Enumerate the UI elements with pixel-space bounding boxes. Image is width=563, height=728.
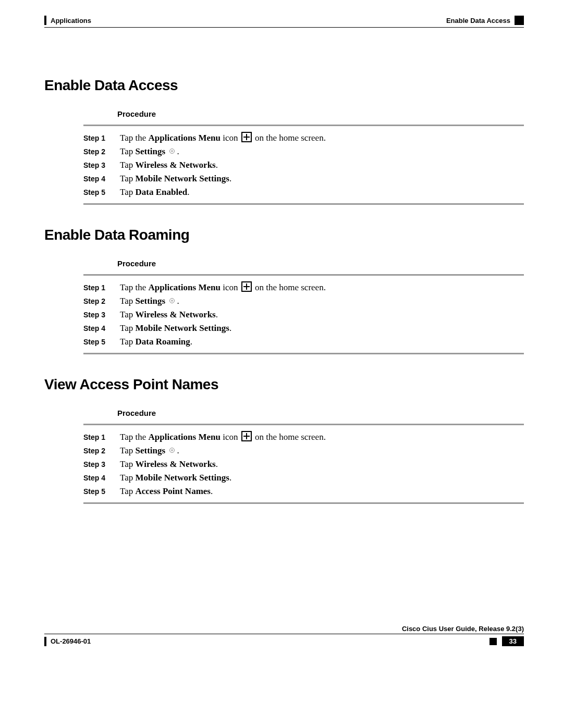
step-bold: Settings xyxy=(136,446,166,455)
footer-guide: Cisco Cius User Guide, Release 9.2(3) xyxy=(44,625,524,633)
header-bar-icon xyxy=(44,16,46,25)
step-label: Step 2 xyxy=(83,147,120,156)
step-row: Step 3Tap Wireless & Networks. xyxy=(83,458,524,471)
step-bold: Access Point Names xyxy=(136,486,211,496)
header-section: Enable Data Access xyxy=(446,17,510,24)
applications-menu-icon xyxy=(241,431,252,441)
step-pre: Tap the xyxy=(120,282,149,292)
header-chapter: Applications xyxy=(51,17,91,24)
step-text: Tap Wireless & Networks. xyxy=(120,160,524,170)
step-row: Step 5Tap Access Point Names. xyxy=(83,485,524,498)
step-post: on the home screen. xyxy=(253,282,326,292)
header-square-icon xyxy=(515,16,524,25)
procedure-rule-top xyxy=(83,274,524,276)
step-mid xyxy=(165,146,167,156)
step-text: Tap the Applications Menu icon on the ho… xyxy=(120,132,524,143)
step-mid xyxy=(165,446,167,455)
applications-menu-icon xyxy=(241,281,252,292)
step-row: Step 1Tap the Applications Menu icon on … xyxy=(83,130,524,145)
step-pre: Tap xyxy=(120,337,136,347)
step-bold: Mobile Network Settings xyxy=(136,473,229,483)
step-pre: Tap xyxy=(120,174,136,183)
step-bold: Mobile Network Settings xyxy=(136,323,229,333)
settings-gear-icon xyxy=(168,446,176,454)
step-pre: Tap xyxy=(120,187,136,197)
step-label: Step 1 xyxy=(83,433,120,441)
step-post: . xyxy=(229,473,231,483)
step-post: . xyxy=(190,337,192,347)
procedure-rule-bottom xyxy=(83,203,524,205)
step-bold: Settings xyxy=(136,296,166,306)
step-bold: Applications Menu xyxy=(149,432,221,442)
step-label: Step 1 xyxy=(83,283,120,292)
step-row: Step 1Tap the Applications Menu icon on … xyxy=(83,429,524,444)
settings-gear-icon xyxy=(168,147,176,155)
step-row: Step 4Tap Mobile Network Settings. xyxy=(83,471,524,485)
procedure-rule-top xyxy=(83,424,524,425)
step-text: Tap Wireless & Networks. xyxy=(120,459,524,470)
step-pre: Tap xyxy=(120,146,136,156)
step-row: Step 4Tap Mobile Network Settings. xyxy=(83,322,524,335)
procedure-label: Procedure xyxy=(117,409,524,417)
step-label: Step 2 xyxy=(83,297,120,305)
step-post: on the home screen. xyxy=(253,133,326,143)
step-label: Step 4 xyxy=(83,324,120,332)
step-pre: Tap xyxy=(120,310,136,319)
step-text: Tap Data Enabled. xyxy=(120,187,524,198)
step-text: Tap Settings . xyxy=(120,296,524,306)
step-bold: Wireless & Networks xyxy=(136,160,216,170)
procedure-rule-top xyxy=(83,125,524,126)
footer-rule xyxy=(44,634,524,634)
step-bold: Data Enabled xyxy=(136,187,188,197)
section-title: Enable Data Roaming xyxy=(44,227,524,243)
step-mid xyxy=(165,296,167,306)
step-label: Step 5 xyxy=(83,188,120,196)
step-pre: Tap xyxy=(120,473,136,483)
step-label: Step 2 xyxy=(83,447,120,455)
step-mid: icon xyxy=(221,282,240,292)
step-post: on the home screen. xyxy=(253,432,326,442)
step-post: . xyxy=(211,486,213,496)
step-label: Step 3 xyxy=(83,311,120,319)
step-post: . xyxy=(216,160,218,170)
footer-docid: OL-26946-01 xyxy=(51,637,91,645)
step-post: . xyxy=(177,446,179,455)
footer-bar-icon xyxy=(44,637,46,646)
procedure-label: Procedure xyxy=(117,259,524,268)
settings-gear-icon xyxy=(168,297,176,305)
step-row: Step 3Tap Wireless & Networks. xyxy=(83,308,524,322)
step-post: . xyxy=(216,459,218,469)
step-text: Tap Access Point Names. xyxy=(120,486,524,497)
step-label: Step 4 xyxy=(83,175,120,183)
step-pre: Tap xyxy=(120,323,136,333)
section-title: View Access Point Names xyxy=(44,376,524,393)
step-post: . xyxy=(177,296,179,306)
step-row: Step 2Tap Settings . xyxy=(83,444,524,458)
step-row: Step 5Tap Data Enabled. xyxy=(83,186,524,199)
step-row: Step 1Tap the Applications Menu icon on … xyxy=(83,280,524,294)
step-pre: Tap xyxy=(120,296,136,306)
page-header: Applications Enable Data Access xyxy=(44,16,524,25)
step-text: Tap Mobile Network Settings. xyxy=(120,323,524,334)
step-bold: Wireless & Networks xyxy=(136,310,216,319)
footer-square-icon xyxy=(489,638,497,645)
footer-page-number: 33 xyxy=(502,636,524,646)
step-text: Tap Settings . xyxy=(120,446,524,456)
step-label: Step 3 xyxy=(83,161,120,169)
step-text: Tap Mobile Network Settings. xyxy=(120,174,524,184)
step-pre: Tap xyxy=(120,459,136,469)
header-rule xyxy=(44,27,524,28)
step-text: Tap Wireless & Networks. xyxy=(120,310,524,320)
step-row: Step 5Tap Data Roaming. xyxy=(83,335,524,349)
step-label: Step 1 xyxy=(83,134,120,142)
step-row: Step 3Tap Wireless & Networks. xyxy=(83,158,524,172)
step-bold: Wireless & Networks xyxy=(136,459,216,469)
step-post: . xyxy=(229,323,231,333)
page-footer: Cisco Cius User Guide, Release 9.2(3) OL… xyxy=(44,625,524,646)
step-text: Tap the Applications Menu icon on the ho… xyxy=(120,431,524,442)
step-mid: icon xyxy=(221,432,240,442)
step-label: Step 3 xyxy=(83,460,120,468)
step-text: Tap Data Roaming. xyxy=(120,337,524,347)
step-row: Step 2Tap Settings . xyxy=(83,294,524,308)
step-pre: Tap xyxy=(120,160,136,170)
